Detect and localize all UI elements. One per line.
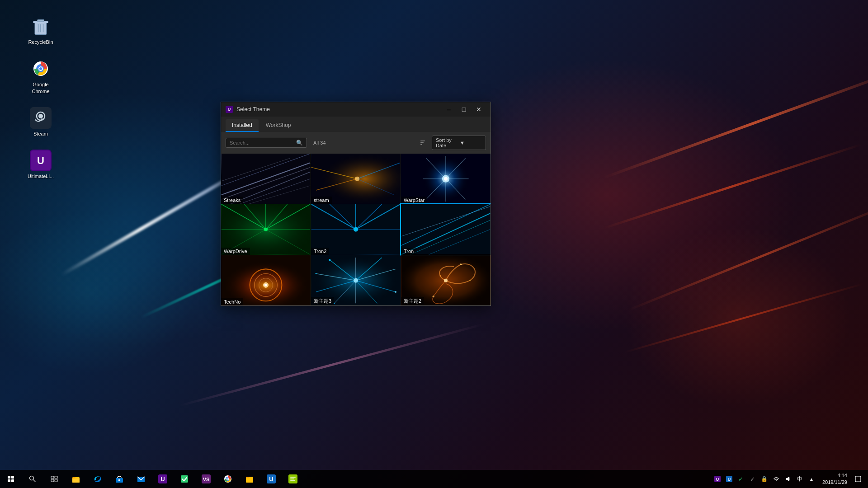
theme-label-stream: stream <box>311 197 332 204</box>
system-tray-icons: U U ✓ ✓ 🔒 <box>712 474 817 484</box>
tray-notification[interactable] <box>853 474 863 484</box>
theme-label-tron: Tron <box>401 248 416 255</box>
taskbar-checklist[interactable] <box>174 470 195 488</box>
taskbar-chrome[interactable] <box>217 470 239 488</box>
svg-point-96 <box>315 273 316 274</box>
svg-rect-18 <box>420 144 422 145</box>
windows-logo-icon <box>8 476 14 482</box>
svg-rect-106 <box>51 476 54 479</box>
clock-date: 2019/11/29 <box>822 479 847 486</box>
svg-marker-135 <box>786 477 789 481</box>
themes-grid: Streaks <box>221 154 491 305</box>
taskbar-file-explorer[interactable] <box>65 470 87 488</box>
taskbar-store[interactable] <box>108 470 130 488</box>
theme-item-tron2[interactable]: Tron2 <box>311 204 401 254</box>
svg-point-33 <box>355 177 359 181</box>
tab-installed[interactable]: Installed <box>226 119 259 132</box>
svg-text:U: U <box>716 477 719 482</box>
svg-rect-107 <box>55 476 57 479</box>
theme-item-techno[interactable]: TechNo <box>221 255 311 305</box>
theme-item-custom3[interactable]: 新主题3 <box>311 255 401 305</box>
svg-rect-108 <box>51 479 54 482</box>
taskbar-vs[interactable]: VS <box>195 470 217 488</box>
dialog-titlebar[interactable]: U Select Theme – □ ✕ <box>221 102 491 117</box>
dialog-minimize-button[interactable]: – <box>442 103 456 116</box>
dialog-close-button[interactable]: ✕ <box>472 103 486 116</box>
svg-point-93 <box>329 259 330 261</box>
tray-language[interactable]: 中 <box>794 474 805 484</box>
taskbar-edge[interactable] <box>87 470 108 488</box>
svg-point-66 <box>354 227 358 232</box>
svg-rect-136 <box>855 476 861 482</box>
dialog-maximize-button[interactable]: □ <box>457 103 471 116</box>
search-input[interactable] <box>230 140 294 145</box>
taskbar-clock[interactable]: 4:14 2019/11/29 <box>819 472 851 486</box>
taskbar-apps: U VS <box>22 470 712 488</box>
desktop: RecycleBin Google Chrome <box>0 0 868 488</box>
theme-item-warpdrive[interactable]: WarpDrive <box>221 204 311 254</box>
theme-item-stream[interactable]: stream <box>311 154 401 204</box>
svg-point-45 <box>444 177 448 181</box>
svg-point-123 <box>227 479 229 480</box>
svg-text:U: U <box>728 477 731 482</box>
svg-rect-130 <box>290 480 295 481</box>
theme-label-custom3: 新主题3 <box>311 297 334 305</box>
theme-item-tron[interactable]: Tron <box>401 204 491 254</box>
tray-sound[interactable] <box>783 474 793 484</box>
theme-label-streaks: Streaks <box>221 197 243 204</box>
taskbar-explorer2[interactable] <box>239 470 260 488</box>
taskbar: U VS <box>0 470 868 488</box>
taskbar-mail[interactable] <box>130 470 152 488</box>
svg-point-102 <box>469 280 471 281</box>
theme-label-tron2: Tron2 <box>311 248 329 255</box>
theme-item-streaks[interactable]: Streaks <box>221 154 311 204</box>
theme-label-techno: TechNo <box>221 298 243 305</box>
sort-dropdown[interactable]: Sort by Date ▼ <box>432 136 486 150</box>
tray-network[interactable] <box>771 474 782 484</box>
svg-rect-113 <box>118 479 120 481</box>
svg-rect-129 <box>290 479 294 479</box>
taskbar-notepad[interactable] <box>282 470 304 488</box>
select-theme-dialog: U Select Theme – □ ✕ Installed WorkShop … <box>221 102 491 306</box>
start-button[interactable] <box>0 470 22 488</box>
sort-label: Sort by Date <box>436 137 458 148</box>
taskbar-uplay[interactable]: U <box>260 470 282 488</box>
svg-rect-17 <box>420 142 424 143</box>
svg-line-105 <box>33 480 36 482</box>
dialog-title-text: Select Theme <box>236 106 442 113</box>
theme-label-warpstar: WarpStar <box>401 197 427 204</box>
tray-ulp[interactable]: U <box>712 474 723 484</box>
dialog-content: Streaks <box>221 154 491 305</box>
tab-workshop[interactable]: WorkShop <box>259 119 297 132</box>
svg-rect-111 <box>72 478 80 483</box>
tray-uplay[interactable]: U <box>724 474 735 484</box>
tray-expand[interactable]: ▲ <box>806 474 817 484</box>
tray-lock[interactable]: 🔒 <box>759 474 770 484</box>
theme-item-custom4[interactable]: 新主题2 <box>401 255 491 305</box>
tray-check[interactable]: ✓ <box>736 474 746 484</box>
taskbar-task-view[interactable] <box>43 470 65 488</box>
dialog-window-controls: – □ ✕ <box>442 103 486 116</box>
theme-label-custom4: 新主题2 <box>401 297 424 305</box>
search-icon: 🔍 <box>296 140 303 146</box>
svg-point-57 <box>264 228 268 231</box>
svg-point-99 <box>460 263 462 265</box>
svg-point-101 <box>444 278 448 282</box>
search-box[interactable]: 🔍 <box>226 138 307 148</box>
theme-label-warpdrive: WarpDrive <box>221 248 250 255</box>
svg-rect-128 <box>290 477 296 478</box>
svg-point-94 <box>395 291 396 293</box>
svg-text:VS: VS <box>203 477 210 482</box>
svg-point-100 <box>433 296 434 297</box>
svg-point-79 <box>264 284 267 286</box>
svg-point-92 <box>354 278 358 282</box>
theme-item-warpstar[interactable]: WarpStar <box>401 154 491 204</box>
dialog-tabs: Installed WorkShop <box>221 117 491 132</box>
taskbar-right: U U ✓ ✓ 🔒 <box>712 472 868 486</box>
taskbar-search[interactable] <box>22 470 43 488</box>
taskbar-ulp[interactable]: U <box>152 470 174 488</box>
svg-rect-109 <box>55 479 57 482</box>
sort-icon[interactable] <box>419 138 428 147</box>
tray-check2[interactable]: ✓ <box>747 474 758 484</box>
svg-text:U: U <box>269 476 273 483</box>
